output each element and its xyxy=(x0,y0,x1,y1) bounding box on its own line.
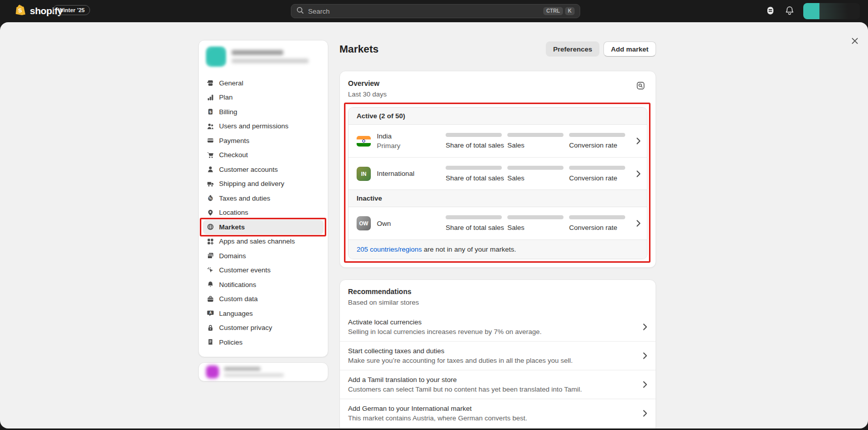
countries-regions-link[interactable]: 205 countries/regions xyxy=(357,246,422,253)
recommendation-row-start-collecting-taxes-and-duties[interactable]: Start collecting taxes and dutiesMake su… xyxy=(340,341,656,370)
market-name: India xyxy=(377,132,440,140)
preferences-button[interactable]: Preferences xyxy=(546,41,599,57)
sidebar-item-label: General xyxy=(219,79,243,87)
market-row-international[interactable]: INInternationalShare of total salesSales… xyxy=(349,157,647,189)
user-avatar xyxy=(206,365,219,378)
sidebar-item-customer-accounts[interactable]: Customer accounts xyxy=(203,162,324,177)
apps-icon xyxy=(207,238,214,245)
metric-sales: Sales xyxy=(507,133,563,149)
billing-icon: $ xyxy=(207,108,214,115)
globe-icon xyxy=(207,223,214,230)
chevron-right-icon xyxy=(636,220,641,227)
store-header[interactable] xyxy=(199,40,328,73)
international-badge: IN xyxy=(357,167,371,181)
chevron-right-icon xyxy=(643,323,647,330)
metric-conversion-rate: Conversion rate xyxy=(569,133,625,149)
india-flag xyxy=(357,136,371,147)
store-icon xyxy=(207,79,214,86)
recommendation-row-add-german-to-your-international-market[interactable]: Add German to your International marketT… xyxy=(340,399,656,427)
user-card[interactable] xyxy=(198,362,328,381)
svg-text:A: A xyxy=(209,311,212,314)
recommendations-head: Recommendations Based on similar stores xyxy=(340,288,656,313)
screen: S shopify Winter ’25 CTRL K xyxy=(0,0,868,430)
sidebar-item-users-and-permissions[interactable]: Users and permissions xyxy=(203,119,324,134)
account-name-redacted xyxy=(819,3,860,19)
policy-icon xyxy=(207,339,214,346)
sidebar-item-custom-data[interactable]: Custom data xyxy=(203,292,324,307)
main-content: Markets Preferences Add market Overview … xyxy=(339,40,656,428)
sidebar-item-payments[interactable]: Payments xyxy=(203,133,324,148)
recommendation-description: This market contains Austria, where Germ… xyxy=(348,414,635,422)
recommendation-row-activate-local-currencies[interactable]: Activate local currenciesSelling in loca… xyxy=(340,313,656,341)
search-bar[interactable]: CTRL K xyxy=(291,4,580,18)
pin-icon xyxy=(207,209,214,216)
search-input[interactable] xyxy=(308,8,539,15)
cursor-icon xyxy=(207,267,214,274)
add-market-button[interactable]: Add market xyxy=(603,41,656,57)
edition-badge[interactable]: Winter ’25 xyxy=(53,5,90,15)
metric-label: Conversion rate xyxy=(569,141,625,149)
sidebar-item-label: Billing xyxy=(219,108,237,116)
sidebar-item-label: Policies xyxy=(219,339,243,346)
sidebar-item-checkout[interactable]: Checkout xyxy=(203,148,324,163)
sidebar-item-markets[interactable]: Markets xyxy=(203,220,324,234)
recommendation-title: Activate local currencies xyxy=(348,318,635,326)
market-row-own[interactable]: OWOwnShare of total salesSalesConversion… xyxy=(349,207,647,240)
sidebar-item-general[interactable]: General xyxy=(203,76,324,90)
metric-label: Share of total sales xyxy=(446,174,502,182)
sidekick-button[interactable] xyxy=(763,4,778,19)
sidebar-item-label: Locations xyxy=(219,209,248,216)
sidebar-item-policies[interactable]: Policies xyxy=(203,335,324,350)
skeleton-bar xyxy=(507,133,563,137)
sidebar-item-label: Apps and sales channels xyxy=(219,237,295,245)
sidebar-item-locations[interactable]: Locations xyxy=(203,206,324,220)
taxes-icon: % xyxy=(207,195,214,202)
metric-label: Sales xyxy=(507,141,563,149)
languages-icon: A xyxy=(207,310,214,317)
topbar-right xyxy=(763,0,860,22)
overview-subtitle: Last 30 days xyxy=(348,90,387,98)
market-row-india[interactable]: IndiaPrimaryShare of total salesSalesCon… xyxy=(349,125,647,157)
sidebar-item-apps-and-sales-channels[interactable]: Apps and sales channels xyxy=(203,234,324,249)
sidebar-item-plan[interactable]: Plan xyxy=(203,90,324,105)
recommendation-texts: Start collecting taxes and dutiesMake su… xyxy=(348,347,635,364)
recommendation-row-add-more-markets[interactable]: Add more markets xyxy=(340,427,656,428)
kbd-ctrl: CTRL xyxy=(543,7,563,15)
metric-sales: Sales xyxy=(507,166,563,182)
market-sublabel: Primary xyxy=(377,142,440,150)
sidebar-item-domains[interactable]: Domains xyxy=(203,249,324,263)
account-chip[interactable] xyxy=(803,3,860,19)
notifications-button[interactable] xyxy=(782,4,797,19)
recommendation-row-add-a-tamil-translation-to-your-store[interactable]: Add a Tamil translation to your storeCus… xyxy=(340,370,656,399)
sidebar-item-label: Customer privacy xyxy=(219,324,272,331)
page-title: Markets xyxy=(339,43,379,55)
market-names: IndiaPrimary xyxy=(377,132,440,150)
chevron-right-icon xyxy=(643,352,647,359)
sidebar-item-customer-privacy[interactable]: Customer privacy xyxy=(203,321,324,336)
sidebar-item-customer-events[interactable]: Customer events xyxy=(203,263,324,278)
skeleton-bar xyxy=(446,166,502,170)
close-icon xyxy=(851,37,858,46)
report-search-icon xyxy=(636,81,645,91)
overview-annotated-area: Active (2 of 50)IndiaPrimaryShare of tot… xyxy=(348,107,647,259)
sidebar-item-shipping-and-delivery[interactable]: Shipping and delivery xyxy=(203,177,324,192)
sidebar-item-taxes-and-duties[interactable]: %Taxes and duties xyxy=(203,191,324,206)
sidebar-item-languages[interactable]: ALanguages xyxy=(203,306,324,321)
sidebar-item-billing[interactable]: $Billing xyxy=(203,105,324,119)
close-button[interactable] xyxy=(849,35,861,47)
chevron-right-icon xyxy=(636,137,641,145)
view-report-button[interactable] xyxy=(633,79,647,93)
settings-sidebar: GeneralPlan$BillingUsers and permissions… xyxy=(198,40,328,381)
sidebar-item-label: Shipping and delivery xyxy=(219,180,284,187)
bell-icon xyxy=(785,6,795,17)
cart-icon xyxy=(207,152,214,159)
recommendation-title: Add a Tamil translation to your store xyxy=(348,376,635,384)
sidebar-item-notifications[interactable]: Notifications xyxy=(203,277,324,292)
recommendations-card: Recommendations Based on similar stores … xyxy=(339,279,656,428)
sidebar-item-label: Users and permissions xyxy=(219,122,288,130)
skeleton-bar xyxy=(569,166,625,170)
metric-label: Share of total sales xyxy=(446,141,502,149)
metric-label: Sales xyxy=(507,224,563,231)
skeleton-bar xyxy=(446,215,502,219)
countries-regions-text: are not in any of your markets. xyxy=(422,246,516,253)
